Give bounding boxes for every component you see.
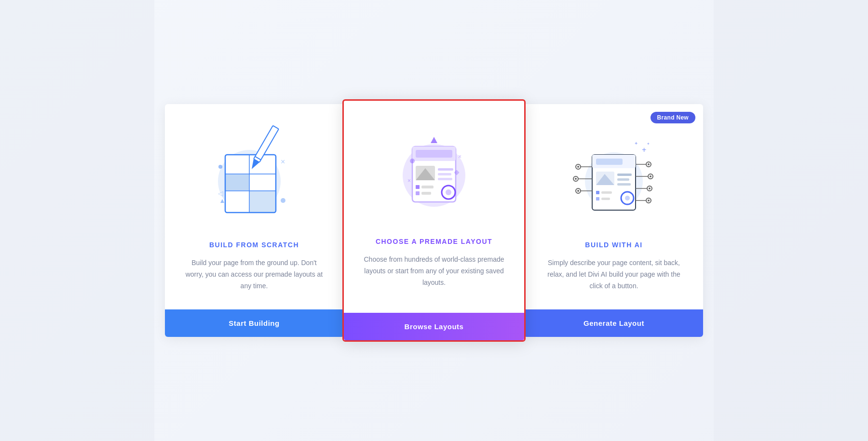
svg-rect-24 [416, 185, 420, 189]
bg-left-panel [0, 0, 154, 441]
svg-point-31 [410, 159, 415, 163]
illustration-ai: + ✦ ✦ [561, 123, 667, 229]
cards-container: × ◁ BUILD FROM SCRATCH Build your page f… [165, 104, 703, 336]
illustration-build-scratch: × ◁ [201, 123, 307, 229]
illustration-premade: × × [381, 120, 487, 226]
svg-rect-44 [596, 191, 599, 194]
card-desc-premade: Choose from hundreds of world-class prem… [361, 254, 507, 295]
svg-point-64 [650, 175, 651, 177]
card-build-from-scratch: × ◁ BUILD FROM SCRATCH Build your page f… [165, 104, 343, 336]
svg-rect-22 [438, 173, 451, 175]
svg-point-70 [648, 200, 650, 201]
svg-text:×: × [281, 158, 285, 166]
svg-rect-27 [421, 192, 431, 195]
svg-rect-43 [617, 183, 631, 186]
generate-layout-button[interactable]: Generate Layout [525, 309, 703, 337]
svg-rect-26 [421, 186, 434, 188]
card-desc-scratch: Build your page from the ground up. Don'… [182, 257, 326, 292]
svg-rect-5 [226, 174, 249, 190]
card-title-ai: BUILD WITH AI [585, 241, 642, 249]
svg-text:×: × [407, 177, 411, 184]
svg-point-11 [281, 198, 285, 203]
svg-point-29 [446, 189, 451, 195]
svg-marker-30 [431, 137, 437, 143]
svg-rect-42 [617, 178, 629, 181]
svg-rect-18 [416, 150, 452, 158]
page-wrapper: × ◁ BUILD FROM SCRATCH Build your page f… [0, 0, 868, 441]
card-choose-premade: × × CHOOSE A PREMADE LAYOUT Choose from … [342, 99, 526, 341]
svg-rect-46 [601, 191, 612, 194]
svg-rect-25 [416, 191, 420, 195]
svg-rect-41 [617, 174, 632, 176]
svg-point-67 [649, 187, 651, 189]
svg-point-52 [577, 166, 579, 168]
svg-text:✦: ✦ [647, 142, 650, 146]
browse-layouts-button[interactable]: Browse Layouts [344, 313, 524, 340]
card-title-scratch: BUILD FROM SCRATCH [209, 241, 299, 249]
svg-text:×: × [458, 153, 461, 160]
start-building-button[interactable]: Start Building [165, 309, 343, 337]
svg-rect-47 [601, 198, 610, 200]
card-desc-ai: Simply describe your page content, sit b… [542, 257, 686, 292]
svg-point-49 [625, 196, 630, 200]
svg-point-58 [577, 190, 579, 192]
svg-rect-21 [438, 168, 453, 171]
card-build-ai: Brand New [525, 104, 703, 336]
svg-rect-45 [596, 197, 599, 200]
brand-new-badge: Brand New [651, 112, 695, 123]
card-title-premade: CHOOSE A PREMADE LAYOUT [376, 238, 492, 245]
svg-marker-12 [220, 199, 224, 203]
svg-rect-23 [438, 178, 452, 180]
svg-point-10 [218, 165, 222, 169]
bg-right-panel [714, 0, 868, 441]
svg-point-61 [648, 163, 650, 165]
svg-point-55 [575, 178, 577, 180]
svg-text:+: + [642, 146, 646, 154]
svg-rect-6 [250, 191, 275, 212]
svg-text:◁: ◁ [218, 189, 223, 197]
svg-text:✦: ✦ [634, 141, 638, 146]
svg-rect-38 [596, 159, 623, 165]
